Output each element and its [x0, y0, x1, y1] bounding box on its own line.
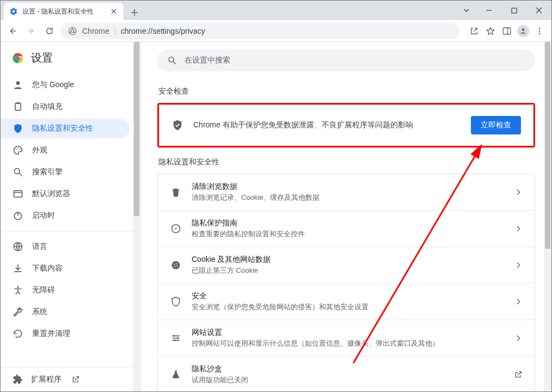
address-bar[interactable]: Chrome chrome://settings/privacy [60, 23, 460, 39]
sidebar-item-label: 下载内容 [32, 264, 63, 273]
window-close-button[interactable] [526, 2, 551, 19]
settings-title: 设置 [31, 51, 53, 65]
extension-icon [13, 374, 23, 385]
sidebar-item-label: 启动时 [32, 211, 55, 220]
privacy-row-trash[interactable]: 清除浏览数据清除浏览记录、Cookie、缓存及其他数据 [158, 174, 535, 210]
chrome-icon [68, 27, 77, 35]
window-maximize-button[interactable] [501, 2, 526, 19]
row-title: 安全 [192, 291, 504, 301]
svg-rect-3 [503, 28, 511, 34]
sidebar-item-label: 自动填充 [32, 102, 63, 112]
sidebar-item-label: 扩展程序 [31, 375, 62, 384]
sidebar-scrollbar[interactable] [133, 42, 140, 391]
annotation-highlight-box: Chrome 有助于保护您免受数据泄露、不良扩展程序等问题的影响 立即检查 [157, 103, 535, 148]
power-icon [13, 210, 23, 221]
svg-rect-21 [14, 191, 22, 197]
flask-icon [170, 369, 182, 381]
svg-point-8 [539, 33, 541, 34]
avatar-icon [517, 25, 529, 37]
share-button[interactable] [467, 23, 482, 39]
row-subtitle: 已阻止第三方 Cookie [192, 266, 504, 275]
row-subtitle: 安全浏览（保护您免受危险网站的侵害）和其他安全设置 [192, 302, 504, 312]
chevron-right-icon [514, 334, 523, 342]
privacy-row-tune[interactable]: 网站设置控制网站可以使用和显示什么信息（如位置信息、摄像头、弹出式窗口及其他） [158, 320, 535, 356]
sidebar-item-accessibility[interactable]: 无障碍 [1, 279, 140, 301]
svg-point-12 [16, 56, 20, 60]
gear-icon [9, 7, 18, 16]
svg-line-28 [173, 62, 176, 64]
bookmark-button[interactable] [483, 23, 498, 39]
tab-close-button[interactable] [109, 7, 118, 16]
svg-point-5 [522, 28, 525, 31]
tab-search-button[interactable] [457, 2, 476, 19]
window-minimize-button[interactable] [476, 2, 501, 19]
globe-icon [13, 241, 23, 252]
row-subtitle: 试用版功能已关闭 [192, 375, 504, 385]
sidebar-item-extensions[interactable]: 扩展程序 [1, 367, 140, 391]
sidebar-item-system[interactable]: 系统 [1, 301, 140, 323]
tune-icon [170, 332, 182, 344]
row-subtitle: 检查重要的隐私控制设置和安全控件 [192, 229, 504, 239]
omnibox-scheme-label: Chrome [82, 27, 109, 35]
main-scrollbar[interactable] [544, 42, 551, 391]
sidebar-item-languages[interactable]: 语言 [1, 236, 140, 258]
svg-point-32 [174, 264, 175, 265]
reload-button[interactable] [42, 23, 57, 39]
sidebar-item-autofill[interactable]: 自动填充 [1, 96, 140, 118]
sidebar-item-downloads[interactable]: 下载内容 [1, 258, 140, 279]
sidebar-item-appearance[interactable]: 外观 [1, 139, 140, 161]
privacy-row-shield[interactable]: 安全安全浏览（保护您免受危险网站的侵害）和其他安全设置 [158, 283, 535, 320]
svg-point-7 [539, 30, 541, 32]
side-panel-button[interactable] [499, 23, 514, 39]
scrollbar-thumb[interactable] [134, 42, 139, 216]
sidebar-item-on-startup[interactable]: 启动时 [1, 205, 140, 226]
cookie-icon [170, 259, 182, 271]
shield-check-icon [171, 119, 183, 131]
chrome-logo-icon [11, 52, 24, 65]
sidebar-item-search-engine[interactable]: 搜索引擎 [1, 161, 140, 183]
settings-search-input[interactable]: 在设置中搜索 [157, 50, 535, 71]
menu-button[interactable] [532, 23, 547, 39]
accessibility-icon [13, 285, 23, 296]
privacy-row-flask[interactable]: 隐私沙盒试用版功能已关闭 [158, 356, 535, 391]
forward-button[interactable] [23, 23, 39, 39]
sidebar-item-privacy[interactable]: 隐私设置和安全性 [1, 118, 140, 139]
omnibox-separator [115, 27, 115, 35]
back-button[interactable] [5, 23, 20, 39]
safety-check-section-title: 安全检查 [158, 87, 534, 96]
row-title: Cookie 及其他网站数据 [192, 255, 504, 265]
profile-button[interactable] [516, 23, 531, 39]
svg-point-37 [177, 337, 179, 339]
safety-check-description: Chrome 有助于保护您免受数据泄露、不良扩展程序等问题的影响 [193, 120, 461, 130]
restore-icon [13, 328, 23, 339]
clipboard-icon [13, 101, 23, 112]
chevron-right-icon [514, 188, 523, 197]
row-title: 隐私保护指南 [192, 218, 504, 228]
privacy-section-title: 隐私设置和安全性 [158, 157, 534, 167]
svg-point-17 [17, 148, 19, 149]
tab-title: 设置 - 隐私设置和安全性 [22, 7, 105, 16]
sidebar-item-default-browser[interactable]: 默认浏览器 [1, 183, 140, 205]
privacy-row-cookie[interactable]: Cookie 及其他网站数据已阻止第三方 Cookie [158, 247, 535, 283]
svg-point-19 [14, 168, 20, 174]
row-title: 隐私沙盒 [192, 364, 504, 374]
svg-point-36 [173, 335, 175, 336]
privacy-row-compass[interactable]: 隐私保护指南检查重要的隐私控制设置和安全控件 [158, 210, 535, 247]
chevron-right-icon [514, 224, 523, 233]
sidebar-item-label: 隐私设置和安全性 [32, 124, 93, 133]
run-safety-check-button[interactable]: 立即检查 [471, 116, 521, 134]
browser-tab[interactable]: 设置 - 隐私设置和安全性 [4, 3, 124, 20]
svg-point-34 [176, 266, 177, 267]
scrollbar-thumb[interactable] [545, 42, 550, 249]
sidebar-item-reset[interactable]: 重置并清理 [1, 323, 140, 345]
new-tab-button[interactable] [127, 5, 142, 20]
shield-icon [170, 296, 182, 308]
svg-point-16 [16, 149, 17, 150]
trash-icon [170, 186, 182, 198]
sidebar-item-label: 语言 [32, 242, 47, 252]
sidebar-item-you-and-google[interactable]: 您与 Google [1, 74, 140, 96]
svg-point-38 [174, 340, 176, 341]
window-titlebar: 设置 - 隐私设置和安全性 [1, 1, 551, 20]
svg-point-18 [19, 149, 20, 150]
chevron-right-icon [514, 261, 523, 270]
